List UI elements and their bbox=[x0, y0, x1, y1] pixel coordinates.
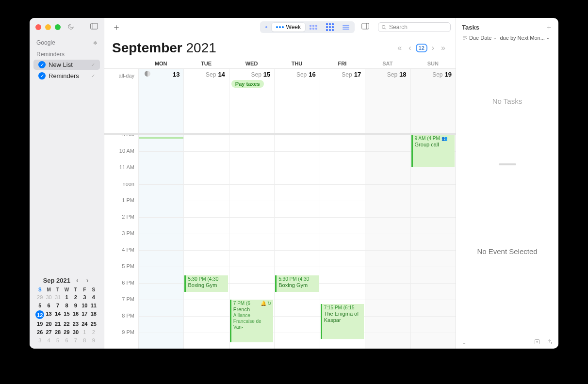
zoom-icon[interactable] bbox=[55, 24, 61, 30]
hour-cell[interactable] bbox=[183, 250, 229, 267]
nav-last[interactable]: » bbox=[439, 42, 448, 54]
mini-day[interactable]: 2 bbox=[71, 294, 80, 301]
mini-day[interactable]: 8 bbox=[80, 337, 89, 344]
hour-cell[interactable] bbox=[274, 234, 319, 250]
hour-cell[interactable] bbox=[274, 184, 319, 201]
hour-cell[interactable] bbox=[229, 184, 274, 201]
hour-cell[interactable] bbox=[183, 234, 229, 250]
allday-col[interactable]: Sep19 bbox=[410, 69, 456, 133]
hour-cell[interactable] bbox=[183, 168, 229, 184]
hour-cell[interactable] bbox=[138, 135, 183, 151]
hour-cell[interactable] bbox=[229, 201, 274, 217]
hour-cell[interactable] bbox=[138, 217, 183, 234]
hour-cell[interactable] bbox=[320, 184, 365, 201]
calendar-event[interactable]: 7:15 PM (6:15The Enigma of Kaspar bbox=[321, 304, 364, 339]
mini-day[interactable]: 3 bbox=[80, 294, 89, 301]
hour-cell[interactable] bbox=[229, 283, 274, 300]
hour-cell[interactable] bbox=[183, 333, 229, 349]
allday-event[interactable]: Pay taxes bbox=[231, 80, 264, 88]
hour-cell[interactable] bbox=[138, 184, 183, 201]
hour-cell[interactable] bbox=[320, 283, 365, 300]
sidebar-toggle-icon[interactable] bbox=[90, 23, 98, 32]
hour-cell[interactable] bbox=[274, 201, 319, 217]
mini-day[interactable]: 6 bbox=[44, 302, 53, 309]
mini-day[interactable]: 1 bbox=[62, 294, 71, 301]
hour-cell[interactable] bbox=[183, 135, 229, 151]
hour-cell[interactable] bbox=[320, 151, 365, 168]
search-input[interactable]: Search bbox=[378, 22, 451, 32]
mini-day[interactable]: 1 bbox=[80, 329, 89, 336]
mini-day[interactable]: 19 bbox=[35, 320, 44, 327]
hour-cell[interactable] bbox=[365, 234, 410, 250]
hour-cell[interactable] bbox=[274, 135, 319, 151]
hour-cell[interactable] bbox=[365, 217, 410, 234]
hour-cell[interactable] bbox=[183, 300, 229, 316]
mini-day[interactable]: 8 bbox=[62, 302, 71, 309]
calendar-event[interactable]: 5:30 PM (4:30Boxing Gym bbox=[184, 275, 228, 292]
hour-cell[interactable] bbox=[274, 250, 319, 267]
hour-cell[interactable] bbox=[274, 151, 319, 168]
mini-day[interactable]: 29 bbox=[62, 329, 71, 336]
hour-cell[interactable] bbox=[274, 316, 319, 333]
mini-day[interactable]: 5 bbox=[53, 337, 62, 344]
hour-cell[interactable] bbox=[183, 201, 229, 217]
hour-cell[interactable] bbox=[365, 184, 410, 201]
hour-cell[interactable] bbox=[138, 234, 183, 250]
hour-cell[interactable] bbox=[183, 316, 229, 333]
close-icon[interactable] bbox=[35, 24, 41, 30]
nav-prev[interactable]: ‹ bbox=[406, 42, 413, 54]
hour-cell[interactable] bbox=[320, 250, 365, 267]
calendar-event[interactable]: 7 PM (6 🔔 ↻FrenchAlliance Francaise de V… bbox=[230, 300, 273, 342]
hour-cell[interactable] bbox=[229, 151, 274, 168]
view-week[interactable]: Week bbox=[272, 23, 305, 32]
minimize-icon[interactable] bbox=[45, 24, 51, 30]
hour-cell[interactable] bbox=[410, 217, 456, 234]
list-item[interactable]: ✓New List✓ bbox=[33, 60, 100, 70]
mini-day[interactable]: 7 bbox=[53, 302, 62, 309]
mini-day[interactable]: 12 bbox=[35, 310, 44, 319]
mini-day[interactable]: 29 bbox=[35, 294, 44, 301]
hour-cell[interactable] bbox=[365, 135, 410, 151]
mini-day[interactable]: 18 bbox=[89, 310, 98, 319]
mini-day[interactable]: 31 bbox=[53, 294, 62, 301]
hour-cell[interactable] bbox=[320, 217, 365, 234]
hour-cell[interactable] bbox=[274, 300, 319, 316]
allday-col[interactable]: Sep15Pay taxes bbox=[229, 69, 274, 133]
mini-day[interactable]: 16 bbox=[71, 310, 80, 319]
hour-cell[interactable] bbox=[183, 184, 229, 201]
hour-cell[interactable] bbox=[365, 267, 410, 283]
mini-day[interactable]: 5 bbox=[35, 302, 44, 309]
mini-day[interactable]: 26 bbox=[35, 329, 44, 336]
hour-cell[interactable] bbox=[410, 333, 456, 349]
hour-cell[interactable] bbox=[365, 283, 410, 300]
hour-cell[interactable] bbox=[365, 250, 410, 267]
new-note-icon[interactable] bbox=[534, 339, 540, 346]
hour-cell[interactable] bbox=[320, 234, 365, 250]
hour-cell[interactable] bbox=[410, 168, 456, 184]
hour-cell[interactable] bbox=[138, 316, 183, 333]
mini-day[interactable]: 7 bbox=[71, 337, 80, 344]
allday-col[interactable]: Sep17 bbox=[320, 69, 365, 133]
hour-cell[interactable] bbox=[365, 300, 410, 316]
mini-day[interactable]: 4 bbox=[44, 337, 53, 344]
mini-day[interactable]: 11 bbox=[89, 302, 98, 309]
hour-cell[interactable] bbox=[320, 135, 365, 151]
allday-col[interactable]: 13 bbox=[138, 69, 183, 133]
nav-first[interactable]: « bbox=[395, 42, 404, 54]
allday-col[interactable]: Sep16 bbox=[274, 69, 319, 133]
hour-cell[interactable] bbox=[138, 168, 183, 184]
hour-cell[interactable] bbox=[138, 267, 183, 283]
hour-cell[interactable] bbox=[410, 184, 456, 201]
hour-cell[interactable] bbox=[410, 250, 456, 267]
hour-cell[interactable] bbox=[365, 333, 410, 349]
mini-day[interactable]: 17 bbox=[80, 310, 89, 319]
share-icon[interactable] bbox=[547, 339, 553, 346]
hour-cell[interactable] bbox=[138, 201, 183, 217]
mini-day[interactable]: 6 bbox=[62, 337, 71, 344]
filter-dropdown[interactable]: due by Next Mon... ⌄ bbox=[500, 35, 550, 41]
resize-handle[interactable] bbox=[456, 162, 558, 167]
view-list[interactable] bbox=[338, 24, 354, 31]
moon-icon[interactable] bbox=[67, 23, 74, 32]
mini-day[interactable]: 9 bbox=[71, 302, 80, 309]
hour-cell[interactable] bbox=[229, 135, 274, 151]
